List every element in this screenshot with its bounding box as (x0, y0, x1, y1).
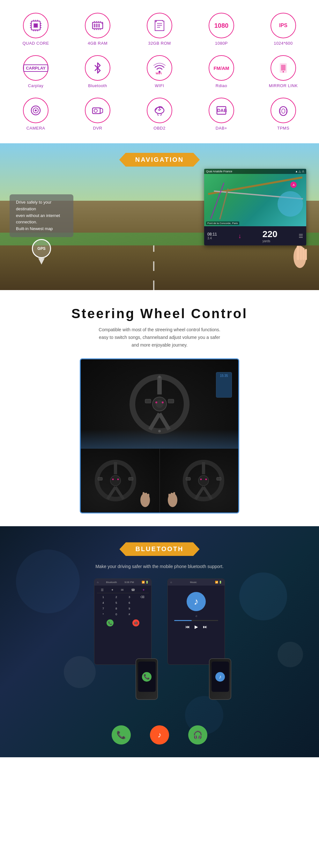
svg-rect-30 (157, 27, 160, 28)
feature-4gb-ram: 4GB RAM (68, 9, 127, 49)
bluetooth-icon-circle (85, 55, 110, 81)
key-2[interactable]: 2 (110, 594, 123, 600)
key-7[interactable]: 7 (97, 606, 109, 611)
bt-title-text: BLUETOOTH (135, 546, 184, 552)
key-backspace[interactable]: ⌫ (136, 594, 149, 600)
phone-call-icon-large: 📞 (142, 672, 152, 682)
feature-1080p: 1080 1080P (192, 9, 251, 49)
svg-text:DAB: DAB (217, 108, 227, 113)
key-8[interactable]: 8 (110, 606, 123, 611)
bt-dial-icon-1: ☰ (101, 588, 104, 592)
bt-music-home-icon: ⌂ (170, 581, 172, 584)
bt-screens-row: ⌂ Bluetooth 9:06 PM 📶 🔋 ☰ ✦ ✉ ☎ ✦ (6, 579, 313, 700)
steering-time-display: 15:35 (216, 372, 232, 379)
key-1[interactable]: 1 (97, 594, 109, 600)
bt-next-button[interactable]: ⏭ (203, 624, 208, 629)
call-button[interactable]: 📞 (106, 619, 114, 626)
svg-line-61 (150, 413, 160, 430)
nav-screen-map: Quai Anatole France ▲ △ ⚠ ⚠ Pont de la C… (204, 169, 306, 226)
key-4[interactable]: 4 (97, 600, 109, 606)
svg-rect-34 (281, 65, 286, 70)
feature-32gb-rom: 32GB ROM (130, 9, 189, 49)
feature-wifi: WiFi WIFI (130, 52, 189, 91)
nav-hand (287, 238, 313, 271)
bt-screen-header-1: ⌂ Bluetooth 9:06 PM 📶 🔋 (94, 579, 151, 586)
mirror-label: MIRROR LINK (269, 83, 298, 88)
wifi-icon-circle: WiFi (147, 55, 172, 81)
key-star[interactable]: * (97, 612, 109, 617)
bt-phone-screen-wrapper: ⌂ Bluetooth 9:06 PM 📶 🔋 ☰ ✦ ✉ ☎ ✦ (91, 579, 155, 700)
steering-bottom-left (81, 449, 160, 513)
features-section: QUAD CORE (0, 0, 319, 143)
svg-rect-77 (129, 477, 133, 480)
feature-dvr: DVR (68, 94, 127, 134)
bt-screen-header-2: ⌂ Music 📶 🔋 (168, 579, 225, 586)
radio-icon-circle: FM/AM (209, 55, 234, 81)
svg-point-88 (198, 475, 209, 486)
bt-headphone-symbol: 🎧 (193, 731, 202, 739)
bt-screen-status: 📶 🔋 (141, 581, 149, 584)
bt-music-screen-wrapper: ⌂ Music 📶 🔋 ♪ ♫ (164, 579, 228, 700)
key-0[interactable]: 0 (110, 612, 123, 617)
feature-quad-core: QUAD CORE (6, 9, 65, 49)
bt-play-button[interactable]: ▶ (195, 624, 198, 629)
svg-rect-65 (145, 399, 151, 403)
feature-dab: DAB DAB+ (192, 94, 251, 134)
dab-icon-circle: DAB (209, 98, 234, 123)
steering-bottom-row (81, 449, 238, 513)
svg-point-35 (283, 71, 284, 72)
bt-description: Make your driving safer with the mobile … (6, 564, 313, 569)
bt-music-status: 📶 🔋 (215, 581, 222, 584)
bt-screen-title-1: Bluetooth (106, 581, 117, 584)
hand-right (165, 486, 181, 509)
svg-point-92 (205, 479, 207, 480)
bt-dialpad[interactable]: ☰ ✦ ✉ ☎ ✦ 1 2 3 ⌫ 4 5 6 (94, 586, 151, 628)
bt-music-player-content: ♪ ♫ ⏮ ▶ ⏭ (168, 586, 225, 632)
hand-left (137, 486, 153, 509)
nav-speed: 220 (262, 229, 278, 239)
radio-text: FM/AM (214, 66, 229, 70)
svg-rect-39 (93, 108, 100, 114)
bt-title-banner: BLUETOOTH (119, 542, 199, 556)
feature-mirror: MIRROR LINK (254, 52, 313, 91)
nav-desc-line3: Built-in Newest map (16, 226, 67, 232)
phone-device-2: ♪ (209, 658, 234, 700)
svg-rect-96 (168, 494, 170, 502)
bt-screen-home-icon: ⌂ (97, 581, 99, 584)
nav-screen-bar: Quai Anatole France ▲ △ ⚠ (204, 169, 306, 174)
svg-rect-56 (300, 247, 302, 260)
32gb-rom-icon-circle (147, 13, 172, 38)
bt-dial-icon-5: ✦ (142, 588, 145, 592)
bt-bottom-phone-icon: 📞 (111, 725, 131, 744)
svg-line-62 (160, 413, 169, 430)
nav-time: 08:11 (208, 232, 217, 237)
svg-text:WiFi: WiFi (156, 72, 162, 75)
end-call-button[interactable]: 📵 (132, 619, 139, 626)
key-6[interactable]: 6 (123, 600, 135, 606)
bt-dial-screen: ⌂ Bluetooth 9:06 PM 📶 🔋 ☰ ✦ ✉ ☎ ✦ (94, 579, 152, 665)
svg-point-70 (162, 401, 164, 403)
car-screen-display: 15:35 (216, 372, 232, 398)
svg-rect-17 (96, 24, 98, 27)
key-5[interactable]: 5 (110, 600, 123, 606)
feature-tpms: TPMS (254, 94, 313, 134)
key-hash[interactable]: # (123, 612, 135, 617)
nav-desc-line1: Drive safely to your destination (16, 199, 67, 213)
feature-camera: CAMERA (6, 94, 65, 134)
svg-rect-90 (217, 477, 221, 480)
phone-music-icon-large: ♪ (215, 672, 225, 682)
svg-rect-76 (98, 477, 102, 480)
bt-album-art: ♪ (187, 592, 206, 611)
key-9[interactable]: 9 (123, 606, 135, 611)
ips-icon-circle: IPS (270, 13, 296, 38)
svg-rect-89 (186, 477, 190, 480)
nav-arrow: ↓ (238, 232, 241, 240)
bt-dial-icon-4: ☎ (131, 588, 135, 592)
bt-prev-button[interactable]: ⏮ (185, 624, 190, 629)
key-3[interactable]: 3 (123, 594, 135, 600)
camera-icon-circle (23, 98, 49, 123)
nav-screen: Quai Anatole France ▲ △ ⚠ ⚠ Pont de la C… (204, 169, 306, 245)
bt-dial-icon-3: ✉ (121, 588, 123, 592)
svg-rect-2 (34, 24, 38, 27)
bt-bottom-music-icon: ♪ (150, 725, 169, 744)
